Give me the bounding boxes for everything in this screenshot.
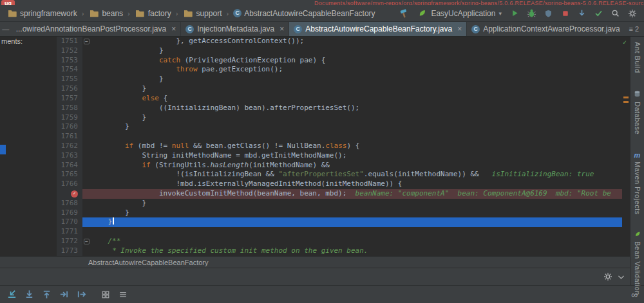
line-number[interactable]: 1765 — [57, 170, 82, 179]
panel-settings-gear-icon[interactable] — [603, 271, 613, 282]
step-out-icon[interactable] — [41, 289, 52, 300]
close-icon[interactable]: × — [457, 24, 462, 33]
code-line[interactable]: 1766 !mbd.isExternallyManagedInitMethod(… — [57, 179, 630, 189]
line-number[interactable]: 1766 — [57, 179, 82, 189]
line-number[interactable]: 1758 — [57, 104, 82, 113]
code-line[interactable]: 1753 catch (PrivilegedActionException pa… — [57, 56, 630, 66]
inspections-status-icon[interactable]: ✓ — [623, 39, 627, 46]
line-number[interactable]: 1773 — [57, 246, 82, 256]
breadcrumb-item-support[interactable]: support — [181, 7, 223, 19]
line-number[interactable]: 1752 — [57, 46, 82, 56]
search-everywhere-button[interactable] — [610, 8, 621, 19]
code-line[interactable]: 1769 } — [57, 208, 630, 218]
code-line[interactable]: 1754 throw pae.getException(); — [57, 65, 630, 75]
breadcrumb-separator-icon: › — [128, 10, 130, 17]
editor-breadcrumb[interactable]: AbstractAutowireCapableBeanFactory — [88, 259, 208, 266]
vcs-commit-button[interactable] — [593, 8, 604, 19]
fold-marker[interactable]: − — [82, 237, 91, 246]
code-line[interactable]: 1773 * Invoke the specified custom init … — [57, 246, 630, 256]
fold-marker[interactable]: − — [82, 37, 91, 46]
code-line[interactable]: 1755 } — [57, 75, 630, 84]
line-number[interactable]: 1768 — [57, 199, 82, 208]
editor-tab[interactable]: CApplicationContextAwareProcessor.java× — [467, 22, 623, 36]
code-editor[interactable]: 1751− }, getAccessControlContext());1752… — [57, 37, 630, 256]
code-line[interactable]: 1770 } — [57, 217, 630, 227]
selected-row-fragment[interactable] — [0, 145, 6, 154]
run-configuration-select[interactable]: EasyUcApplication▾ — [415, 7, 504, 19]
step-into-icon[interactable] — [59, 289, 70, 300]
line-number[interactable]: 1761 — [57, 132, 82, 142]
settings-button[interactable] — [627, 8, 638, 19]
code-line[interactable]: 1758 ((InitializingBean) bean).afterProp… — [57, 104, 630, 113]
editor-tab[interactable]: ...owiredAnnotationBeanPostProcessor.jav… — [12, 22, 182, 36]
line-number[interactable]: 1756 — [57, 84, 82, 94]
breadcrumb-item-beans[interactable]: beans — [87, 7, 124, 19]
run-button[interactable] — [509, 8, 520, 19]
force-step-into-icon[interactable] — [76, 289, 87, 300]
tool-window-button-maven-projects[interactable]: mMaven Projects — [634, 151, 641, 215]
breakpoint-icon[interactable]: ✓ — [71, 190, 78, 197]
close-icon[interactable]: × — [279, 24, 284, 33]
hidden-tabs-widget[interactable]: ≡ 2 — [623, 22, 644, 36]
panel-hide-icon[interactable]: — — [0, 22, 12, 36]
line-number[interactable]: 1762 — [57, 142, 82, 151]
breadcrumb-label: support — [196, 9, 222, 18]
code-line[interactable]: 1764 if (StringUtils.hasLength(initMetho… — [57, 161, 630, 170]
code-line[interactable]: 1751− }, getAccessControlContext()); — [57, 37, 630, 46]
line-number[interactable]: 1757 — [57, 94, 82, 104]
list-view-icon[interactable] — [117, 289, 128, 300]
line-number[interactable]: 1759 — [57, 113, 82, 123]
code-line[interactable]: 1763 String initMethodName = mbd.getInit… — [57, 151, 630, 161]
class-icon: C — [233, 9, 242, 17]
code-line[interactable]: 1762 if (mbd != null && bean.getClass() … — [57, 142, 630, 151]
line-number[interactable]: 1763 — [57, 151, 82, 161]
breadcrumb-item-abstractautowirecapablebeanfactory[interactable]: CAbstractAutowireCapableBeanFactory — [232, 8, 376, 19]
debug-button[interactable] — [526, 8, 537, 19]
show-execution-point-icon[interactable] — [6, 289, 17, 300]
line-number[interactable]: 1760 — [57, 122, 82, 132]
line-number[interactable]: 1771 — [57, 227, 82, 237]
line-number[interactable]: 1755 — [57, 75, 82, 84]
error-stripe-mark[interactable] — [623, 96, 629, 98]
vcs-update-button[interactable] — [576, 8, 587, 19]
hidden-tabs-icon: ≡ — [629, 25, 632, 33]
code-line[interactable]: 1757 else { — [57, 94, 630, 104]
line-number[interactable]: 1769 — [57, 208, 82, 218]
debug-badge: ug — [1, 0, 15, 5]
tool-window-button-ant-build[interactable]: Ant Build — [634, 42, 641, 73]
code-line[interactable]: 1772− /** — [57, 237, 630, 246]
code-line[interactable]: 1765 !(isInitializingBean && "afterPrope… — [57, 170, 630, 179]
code-line[interactable]: 1768 } — [57, 199, 630, 208]
step-over-icon[interactable] — [24, 289, 35, 300]
table-view-icon[interactable] — [100, 289, 111, 300]
close-icon[interactable]: × — [171, 24, 176, 33]
code-line[interactable]: ✓ invokeCustomInitMethod(beanName, bean,… — [57, 189, 630, 199]
line-number[interactable]: 1764 — [57, 161, 82, 170]
line-number[interactable]: 1770 — [57, 217, 82, 227]
stop-button[interactable] — [560, 8, 571, 19]
line-number[interactable]: ✓ — [57, 189, 82, 199]
fold-marker — [82, 75, 91, 84]
breadcrumb-item-factory[interactable]: factory — [133, 7, 173, 19]
breadcrumb-item-springframework[interactable]: springframework — [5, 7, 79, 19]
line-number[interactable]: 1753 — [57, 56, 82, 66]
tool-window-button-database[interactable]: Database — [634, 90, 641, 134]
line-number[interactable]: 1751 — [57, 37, 82, 46]
code-line[interactable]: 1759 } — [57, 113, 630, 123]
tab-label: ...owiredAnnotationBeanPostProcessor.jav… — [16, 24, 166, 33]
navigation-bar: springframework›beans›factory›support›CA… — [0, 5, 644, 22]
line-number[interactable]: 1772 — [57, 237, 82, 246]
code-line[interactable]: 1752 } — [57, 46, 630, 56]
code-line[interactable]: 1761 — [57, 132, 630, 142]
editor-tab[interactable]: CAbstractAutowireCapableBeanFactory.java… — [289, 22, 467, 36]
tool-window-button-bean-validation[interactable]: Bean Validation — [634, 231, 641, 295]
code-line[interactable]: 1760 } — [57, 122, 630, 132]
line-number[interactable]: 1754 — [57, 65, 82, 75]
run-with-coverage-button[interactable] — [543, 8, 554, 19]
build-hammer-icon[interactable] — [398, 8, 409, 19]
panel-collapse-chevron-icon[interactable] — [616, 271, 626, 282]
editor-tab[interactable]: CInjectionMetadata.java× — [181, 22, 289, 36]
code-line[interactable]: 1771 — [57, 227, 630, 237]
error-stripe-mark[interactable] — [623, 101, 629, 103]
code-line[interactable]: 1756 } — [57, 84, 630, 94]
